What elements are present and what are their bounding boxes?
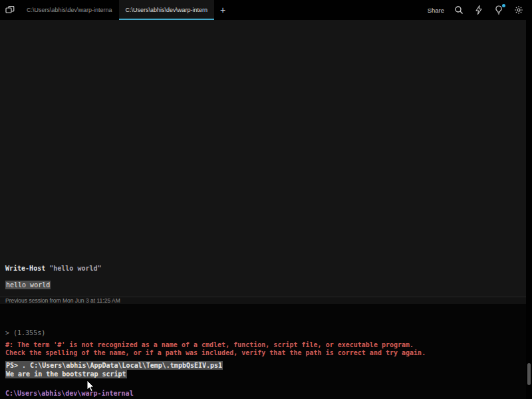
tab-warp-internal-1[interactable]: C:\Users\abhis\dev\warp-interna [20, 0, 119, 20]
tab-label: C:\Users\abhis\dev\warp-interna [27, 7, 112, 13]
tab-bar: C:\Users\abhis\dev\warp-interna C:\Users… [0, 0, 532, 20]
tab-label: C:\Users\abhis\dev\warp-intern [126, 7, 208, 13]
command-duration: > (1.355s) [5, 329, 45, 337]
previous-session-block: Write-Host "hello world" hello world [0, 20, 526, 297]
previous-command: Write-Host "hello world" [5, 264, 102, 273]
prompt-path: C:\Users\abhis\dev\warp-internal [5, 389, 134, 398]
notification-dot [502, 4, 505, 7]
error-line: Check the spelling of the name, or if a … [5, 348, 426, 357]
header-actions: Share [428, 0, 532, 20]
gear-icon[interactable] [513, 5, 524, 15]
previous-output-selected[interactable]: hello world [5, 281, 51, 289]
terminal-content: Write-Host "hello world" hello world Pre… [0, 20, 532, 399]
search-icon[interactable] [454, 5, 464, 15]
new-tab-button[interactable]: + [214, 0, 231, 20]
open-book-icon[interactable] [0, 0, 20, 20]
session-divider-label: Previous session from Mon Jun 3 at 11:25… [0, 297, 120, 304]
command-keyword: Write-Host [5, 265, 45, 272]
bulb-icon[interactable] [493, 5, 504, 15]
scrollbar-track[interactable] [526, 20, 532, 399]
tab-warp-internal-2-active[interactable]: C:\Users\abhis\dev\warp-intern [119, 0, 215, 20]
current-session-block: > (1.355s) #: The term '#' is not recogn… [0, 304, 526, 399]
scrollbar-thumb[interactable] [527, 363, 531, 385]
bootstrap-command-selected[interactable]: PS> . C:\Users\abhis\AppData\Local\Temp\… [5, 361, 223, 370]
command-string-arg: "hello world" [45, 265, 101, 272]
bootstrap-output-selected[interactable]: We are in the bootstrap script [5, 370, 127, 378]
lightning-icon[interactable] [473, 5, 484, 15]
share-button[interactable]: Share [428, 7, 444, 14]
session-divider: Previous session from Mon Jun 3 at 11:25… [0, 297, 526, 304]
